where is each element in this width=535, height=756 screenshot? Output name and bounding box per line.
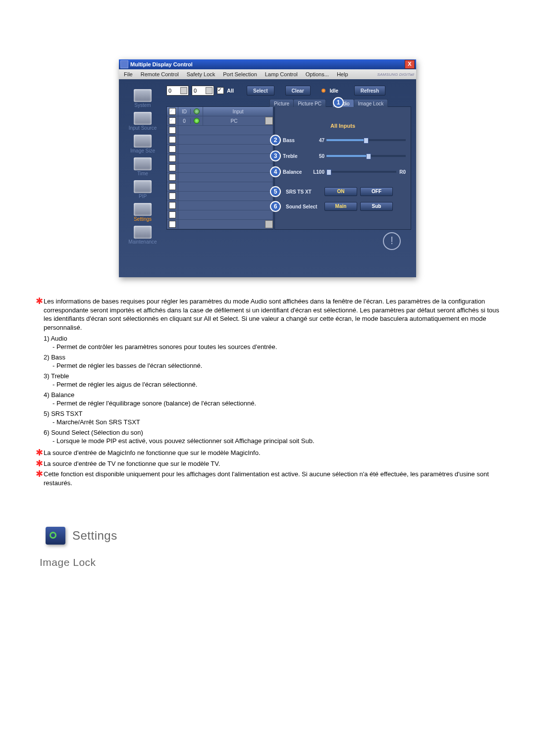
sidebar-item-system[interactable]: System [121, 88, 164, 111]
tab-picture-pc[interactable]: Picture PC [293, 99, 326, 107]
settings-panel: All Inputs 2 Bass 47 3 Tr [274, 106, 411, 230]
sidebar-item-settings[interactable]: Settings [121, 202, 164, 225]
window-title: Multiple Display Control [130, 61, 405, 67]
description-block: ✱ Les informations de bases requises pou… [35, 297, 500, 487]
star-icon: ✱ [35, 449, 44, 457]
note: La source d'entrée de TV ne fonctionne q… [44, 459, 500, 468]
select-button[interactable]: Select [247, 86, 274, 96]
alert-icon: ! [383, 232, 401, 250]
callout-4: 4 [270, 166, 281, 177]
table-row[interactable] [167, 201, 273, 210]
menu-safety-lock[interactable]: Safety Lock [183, 71, 219, 77]
menu-lamp-control[interactable]: Lamp Control [261, 71, 302, 77]
table-row[interactable] [167, 192, 273, 201]
sidebar-item-input-source[interactable]: Input Source [121, 111, 164, 134]
callout-2: 2 [270, 135, 281, 146]
callout-6: 6 [270, 201, 281, 212]
srs-off-button[interactable]: OFF [360, 187, 393, 196]
bass-slider[interactable] [326, 139, 406, 141]
dropdown-id[interactable]: 0 [192, 86, 214, 96]
checkbox-all[interactable] [217, 87, 224, 94]
menu-file[interactable]: File [120, 71, 137, 77]
list-item: 3) Treble [44, 372, 500, 380]
sidebar-item-pip[interactable]: PIP [121, 179, 164, 202]
power-icon [134, 89, 152, 102]
treble-label: Treble [283, 153, 310, 159]
sound-sub-button[interactable]: Sub [360, 202, 393, 211]
list-item: 6) Sound Select (Sélection du son) [44, 429, 500, 436]
table-row[interactable]: 0 PC [167, 116, 273, 126]
menu-remote-control[interactable]: Remote Control [137, 71, 183, 77]
table-row[interactable] [167, 173, 273, 182]
list-sub: - Permet de régler les aigus de l'écran … [53, 381, 500, 388]
menu-options[interactable]: Options... [302, 71, 333, 77]
balance-right: R0 [399, 169, 406, 175]
srs-label: SRS TS XT [286, 189, 321, 195]
refresh-button[interactable]: Refresh [354, 86, 385, 96]
srs-on-button[interactable]: ON [324, 187, 357, 196]
input-icon [134, 112, 152, 125]
balance-label: Balance [283, 169, 310, 175]
tabs: Picture Picture PC 1 Audio Image Lock [269, 99, 411, 107]
close-icon[interactable]: X [405, 60, 415, 69]
app-window: Multiple Display Control X File Remote C… [119, 59, 416, 277]
list-item: 1) Audio [44, 335, 500, 342]
list-sub: - Lorsque le mode PIP est activé, vous p… [53, 437, 500, 445]
sound-main-button[interactable]: Main [324, 202, 357, 211]
tab-picture[interactable]: Picture [269, 99, 294, 107]
list-sub: - Permet de contrôler les paramètres son… [53, 343, 500, 351]
bass-value: 47 [310, 138, 324, 143]
idle-label: Idle [330, 88, 338, 94]
table-row[interactable] [167, 126, 273, 135]
list-sub: - Permet de régler l'équilibrage sonore … [53, 400, 500, 407]
table-row[interactable] [167, 135, 273, 145]
star-icon: ✱ [35, 470, 44, 487]
bass-label: Bass [283, 138, 310, 143]
callout-1: 1 [333, 97, 344, 108]
table-row[interactable] [167, 210, 273, 220]
sidebar-item-maintenance[interactable]: Maintenance [121, 225, 164, 248]
table-row[interactable] [167, 145, 273, 154]
dropdown-group[interactable]: 0 [166, 86, 189, 96]
col-input: Input [203, 109, 273, 114]
list-sub: - Marche/Arrêt Son SRS TSXT [53, 418, 500, 426]
display-table: ID Input 0 PC [166, 106, 273, 230]
table-row[interactable] [167, 163, 273, 173]
settings-icon [134, 203, 152, 216]
menu-help[interactable]: Help [333, 71, 352, 77]
subsection-title: Image Lock [40, 556, 500, 568]
menubar: File Remote Control Safety Lock Port Sel… [119, 69, 416, 79]
sidebar-item-image-size[interactable]: Image Size [121, 134, 164, 156]
checkbox-row[interactable] [169, 117, 176, 124]
tab-image-lock[interactable]: Image Lock [354, 99, 388, 107]
status-icon [194, 118, 200, 124]
table-row[interactable] [167, 220, 273, 229]
image-size-icon [134, 135, 152, 148]
section-title: Settings [72, 529, 117, 543]
callout-3: 3 [270, 151, 281, 161]
list-item: 5) SRS TSXT [44, 410, 500, 417]
balance-slider[interactable] [326, 171, 396, 173]
section-heading-settings: Settings [46, 527, 500, 545]
balance-left: L100 [310, 169, 324, 175]
scroll-down-icon[interactable] [265, 220, 273, 228]
star-icon: ✱ [35, 459, 44, 468]
settings-section-icon [46, 527, 65, 545]
note: Cette fonction est disponible uniquement… [44, 470, 500, 487]
paragraph: Les informations de bases requises pour … [44, 297, 500, 332]
list-sub: - Permet de régler les basses de l'écran… [53, 362, 500, 369]
titlebar: Multiple Display Control X [119, 59, 416, 69]
treble-slider[interactable] [326, 155, 406, 157]
star-icon: ✱ [35, 297, 44, 332]
table-row[interactable] [167, 182, 273, 192]
panel-heading: All Inputs [280, 123, 406, 129]
table-row[interactable] [167, 154, 273, 163]
menu-port-selection[interactable]: Port Selection [219, 71, 261, 77]
sidebar-item-time[interactable]: Time [121, 156, 164, 179]
idle-status-icon [321, 89, 325, 93]
treble-value: 50 [310, 153, 324, 159]
scroll-up-icon[interactable] [265, 117, 273, 125]
checkbox-header[interactable] [169, 108, 176, 115]
clear-button[interactable]: Clear [285, 86, 311, 96]
maintenance-icon [134, 226, 152, 239]
